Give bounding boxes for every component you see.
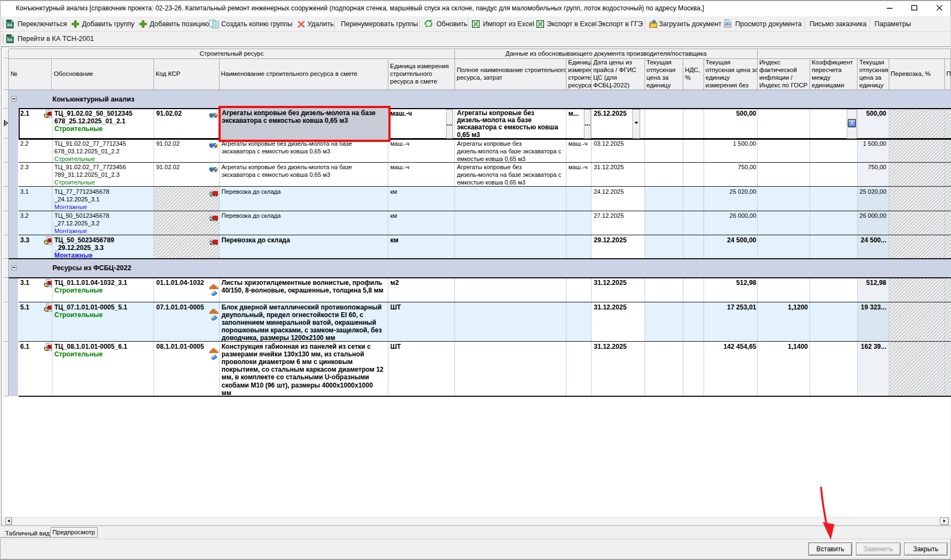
- svg-text:КА: КА: [8, 23, 13, 27]
- svg-text:КА: КА: [8, 38, 13, 41]
- svg-text:?: ?: [850, 120, 853, 126]
